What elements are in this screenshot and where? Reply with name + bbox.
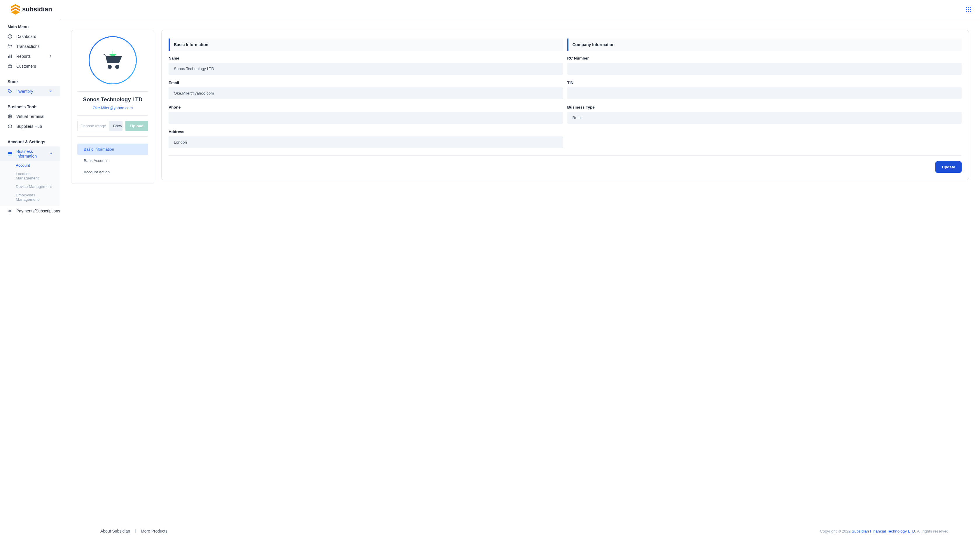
nav-transactions[interactable]: Transactions bbox=[0, 41, 60, 51]
nav-virtual-terminal[interactable]: Virtual Terminal bbox=[0, 112, 60, 121]
choose-image-field[interactable]: Choose Image Browse bbox=[77, 121, 123, 131]
nav-label: Transactions bbox=[16, 44, 40, 49]
phone-input[interactable] bbox=[169, 112, 563, 124]
briefcase-icon bbox=[8, 64, 12, 68]
section-account-settings: Account & Settings bbox=[0, 137, 60, 147]
svg-rect-22 bbox=[8, 153, 12, 154]
business-email: Oke.Mller@yahoo.com bbox=[77, 103, 148, 112]
biztype-label: Business Type bbox=[567, 105, 962, 110]
nav-label: Payments/Subscriptions bbox=[16, 209, 60, 213]
section-main-menu: Main Menu bbox=[0, 22, 60, 32]
footer-more-products[interactable]: More Products bbox=[141, 529, 167, 534]
svg-rect-8 bbox=[970, 9, 971, 10]
company-info-title: Company Information bbox=[567, 38, 962, 51]
svg-rect-16 bbox=[10, 56, 11, 58]
name-input[interactable] bbox=[169, 63, 563, 75]
sidebar: Main Menu Dashboard Transactions Reports… bbox=[0, 19, 60, 548]
browse-button[interactable]: Browse bbox=[109, 121, 123, 131]
phone-label: Phone bbox=[169, 105, 563, 110]
cart-icon bbox=[8, 44, 12, 49]
svg-rect-3 bbox=[966, 7, 967, 8]
logo-icon bbox=[11, 4, 20, 14]
tab-bank-account[interactable]: Bank Account bbox=[77, 155, 148, 166]
nav-label: Customers bbox=[16, 64, 36, 68]
svg-rect-15 bbox=[8, 56, 9, 58]
svg-rect-17 bbox=[11, 54, 12, 58]
form-card: Basic Information Name Email Phone Addre… bbox=[161, 30, 969, 180]
chart-icon bbox=[8, 54, 12, 59]
svg-rect-5 bbox=[970, 7, 971, 8]
asterisk-icon bbox=[8, 209, 12, 213]
footer-about[interactable]: About Subsidian bbox=[100, 529, 130, 534]
tin-label: TIN bbox=[567, 81, 962, 85]
chevron-down-icon bbox=[49, 152, 52, 156]
sub-employees-management[interactable]: Employees Management bbox=[0, 191, 60, 204]
svg-point-19 bbox=[9, 90, 10, 91]
divider bbox=[77, 91, 148, 92]
footer-copyright: Copyright © 2022 Subsidian Financial Tec… bbox=[820, 529, 948, 534]
rc-label: RC Number bbox=[567, 56, 962, 61]
update-button[interactable]: Update bbox=[935, 161, 962, 173]
tin-input[interactable] bbox=[567, 87, 962, 99]
svg-marker-2 bbox=[11, 10, 20, 14]
tab-account-action[interactable]: Account Action bbox=[77, 166, 148, 178]
globe-icon bbox=[8, 114, 12, 119]
avatar bbox=[89, 36, 137, 84]
svg-rect-4 bbox=[968, 7, 969, 8]
gauge-icon bbox=[8, 34, 12, 39]
card-icon bbox=[8, 151, 12, 156]
divider bbox=[77, 115, 148, 116]
basic-column: Basic Information Name Email Phone Addre… bbox=[169, 38, 563, 154]
section-business-tools: Business Tools bbox=[0, 102, 60, 112]
svg-point-24 bbox=[115, 65, 119, 69]
nav-reports[interactable]: Reports bbox=[0, 51, 60, 61]
email-input[interactable] bbox=[169, 87, 563, 99]
box-icon bbox=[8, 124, 12, 129]
footer-company-link[interactable]: Subsidian Financial Technology LTD bbox=[852, 529, 915, 534]
sub-account[interactable]: Account bbox=[0, 161, 60, 169]
section-stock: Stock bbox=[0, 76, 60, 86]
company-column: Company Information RC Number TIN Busine… bbox=[567, 38, 962, 154]
chevron-right-icon bbox=[49, 54, 52, 58]
biztype-input[interactable] bbox=[567, 112, 962, 124]
nav-label: Reports bbox=[16, 54, 30, 59]
svg-rect-18 bbox=[8, 65, 12, 68]
nav-label: Inventory bbox=[16, 89, 33, 94]
address-input[interactable] bbox=[169, 136, 563, 148]
svg-rect-7 bbox=[968, 9, 969, 10]
address-label: Address bbox=[169, 129, 563, 134]
nav-customers[interactable]: Customers bbox=[0, 61, 60, 71]
footer: About Subsidian More Products Copyright … bbox=[71, 524, 969, 537]
name-label: Name bbox=[169, 56, 563, 61]
business-name: Sonos Technology LTD bbox=[77, 95, 148, 103]
tab-basic-information[interactable]: Basic Information bbox=[77, 143, 148, 155]
tag-icon bbox=[8, 89, 12, 94]
brand-logo[interactable]: subsidian bbox=[11, 4, 52, 14]
choose-placeholder: Choose Image bbox=[78, 121, 109, 131]
nav-business-information[interactable]: Business Information bbox=[0, 147, 60, 161]
svg-rect-6 bbox=[966, 9, 967, 10]
nav-payments-subscriptions[interactable]: Payments/Subscriptions bbox=[0, 206, 60, 216]
nav-label: Suppliers Hub bbox=[16, 124, 42, 129]
nav-label: Business Information bbox=[16, 149, 46, 158]
email-label: Email bbox=[169, 81, 563, 85]
nav-label: Dashboard bbox=[16, 34, 37, 39]
cart-download-icon bbox=[100, 49, 126, 72]
sub-device-management[interactable]: Device Management bbox=[0, 182, 60, 191]
svg-point-13 bbox=[9, 48, 10, 48]
apps-grid-icon[interactable] bbox=[966, 7, 971, 12]
profile-card: Sonos Technology LTD Oke.Mller@yahoo.com… bbox=[71, 30, 154, 184]
chevron-down-icon bbox=[49, 89, 52, 93]
nav-inventory[interactable]: Inventory bbox=[0, 86, 60, 96]
rc-input[interactable] bbox=[567, 63, 962, 75]
sub-location-management[interactable]: Location Management bbox=[0, 169, 60, 182]
basic-info-title: Basic Information bbox=[169, 38, 563, 51]
upload-button[interactable]: Upload bbox=[126, 121, 148, 131]
topbar: subsidian bbox=[0, 0, 980, 19]
divider bbox=[77, 136, 148, 137]
main-content: Sonos Technology LTD Oke.Mller@yahoo.com… bbox=[60, 19, 980, 548]
nav-suppliers-hub[interactable]: Suppliers Hub bbox=[0, 121, 60, 131]
nav-label: Virtual Terminal bbox=[16, 114, 45, 119]
svg-rect-11 bbox=[970, 11, 971, 12]
nav-dashboard[interactable]: Dashboard bbox=[0, 32, 60, 41]
